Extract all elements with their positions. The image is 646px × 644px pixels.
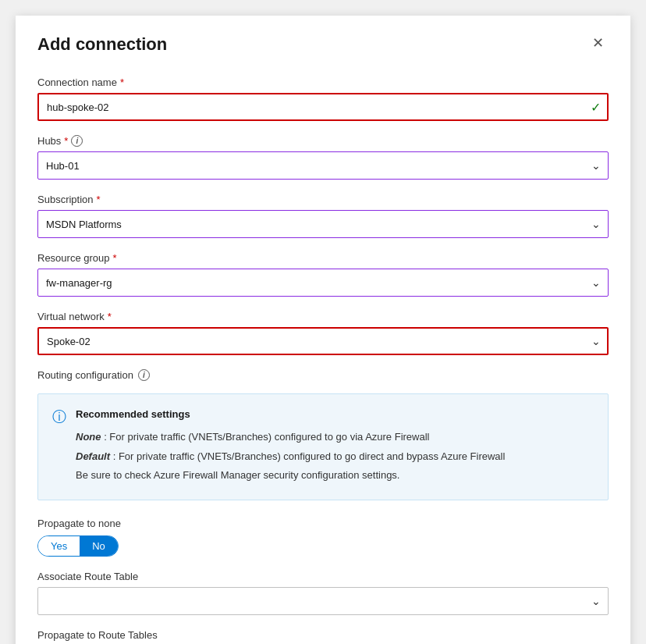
- routing-config-info-icon[interactable]: i: [138, 369, 150, 381]
- connection-name-group: Connection name * ✓: [37, 76, 609, 121]
- default-text: : For private traffic (VNETs/Branches) c…: [113, 450, 506, 462]
- hubs-select[interactable]: Hub-01: [37, 151, 609, 180]
- default-keyword: Default: [76, 450, 110, 462]
- required-star: *: [120, 76, 124, 88]
- connection-name-input-wrapper: ✓: [37, 93, 609, 121]
- subscription-label: Subscription *: [37, 194, 609, 205]
- hubs-info-icon[interactable]: i: [71, 135, 83, 147]
- propagate-to-none-label: Propagate to none: [37, 518, 609, 529]
- virtual-network-select[interactable]: Spoke-02: [37, 327, 609, 355]
- propagate-toggle[interactable]: Yes No: [37, 535, 119, 557]
- associate-route-table-label: Associate Route Table: [37, 571, 609, 582]
- associate-route-table-group: Associate Route Table ⌄: [37, 571, 609, 615]
- resource-group-select[interactable]: fw-manager-rg: [37, 269, 609, 297]
- none-text: : For private traffic (VNETs/Branches) c…: [104, 431, 429, 443]
- propagate-to-none-group: Propagate to none Yes No: [37, 518, 609, 557]
- note-text: Be sure to check Azure Firewall Manager …: [76, 469, 399, 481]
- checkmark-icon: ✓: [591, 100, 601, 115]
- associate-route-table-select[interactable]: [37, 587, 609, 615]
- hubs-label: Hubs * i: [37, 135, 609, 147]
- propagate-route-tables-group: Propagate to Route Tables 0 selected ⌄: [37, 629, 609, 644]
- dialog-header: Add connection ✕: [37, 34, 609, 55]
- info-box-line-default: Default : For private traffic (VNETs/Bra…: [76, 449, 505, 465]
- hubs-required-star: *: [64, 135, 68, 147]
- resource-group-required-star: *: [113, 252, 117, 264]
- info-box-content: Recommended settings None : For private …: [76, 407, 505, 487]
- info-box-icon: ⓘ: [52, 407, 66, 487]
- info-box-line-note: Be sure to check Azure Firewall Manager …: [76, 468, 505, 484]
- routing-info-box: ⓘ Recommended settings None : For privat…: [37, 393, 609, 500]
- resource-group-label: Resource group *: [37, 252, 609, 264]
- propagate-toggle-container: Yes No: [37, 535, 609, 557]
- routing-config-section: Routing configuration i: [37, 369, 609, 381]
- add-connection-dialog: Add connection ✕ Connection name * ✓ Hub…: [16, 16, 630, 644]
- resource-group-select-wrapper: fw-manager-rg ⌄: [37, 269, 609, 297]
- virtual-network-label: Virtual network *: [37, 311, 609, 322]
- propagate-route-tables-label: Propagate to Route Tables: [37, 629, 609, 641]
- virtual-network-required-star: *: [108, 311, 112, 322]
- propagate-no-option[interactable]: No: [80, 536, 118, 556]
- info-box-line-none: None : For private traffic (VNETs/Branch…: [76, 429, 505, 446]
- resource-group-group: Resource group * fw-manager-rg ⌄: [37, 252, 609, 297]
- none-keyword: None: [76, 431, 101, 443]
- associate-route-table-wrapper: ⌄: [37, 587, 609, 615]
- hubs-group: Hubs * i Hub-01 ⌄: [37, 135, 609, 180]
- connection-name-label: Connection name *: [37, 76, 609, 88]
- subscription-select[interactable]: MSDN Platforms: [37, 210, 609, 238]
- connection-name-input[interactable]: [37, 93, 609, 121]
- subscription-select-wrapper: MSDN Platforms ⌄: [37, 210, 609, 238]
- subscription-group: Subscription * MSDN Platforms ⌄: [37, 194, 609, 238]
- info-box-title: Recommended settings: [76, 407, 505, 423]
- subscription-required-star: *: [97, 194, 101, 205]
- virtual-network-select-wrapper: Spoke-02 ⌄: [37, 327, 609, 355]
- close-button[interactable]: ✕: [587, 34, 609, 52]
- dialog-title: Add connection: [37, 34, 167, 55]
- hubs-select-wrapper: Hub-01 ⌄: [37, 151, 609, 180]
- virtual-network-group: Virtual network * Spoke-02 ⌄: [37, 311, 609, 355]
- propagate-yes-option[interactable]: Yes: [38, 536, 80, 556]
